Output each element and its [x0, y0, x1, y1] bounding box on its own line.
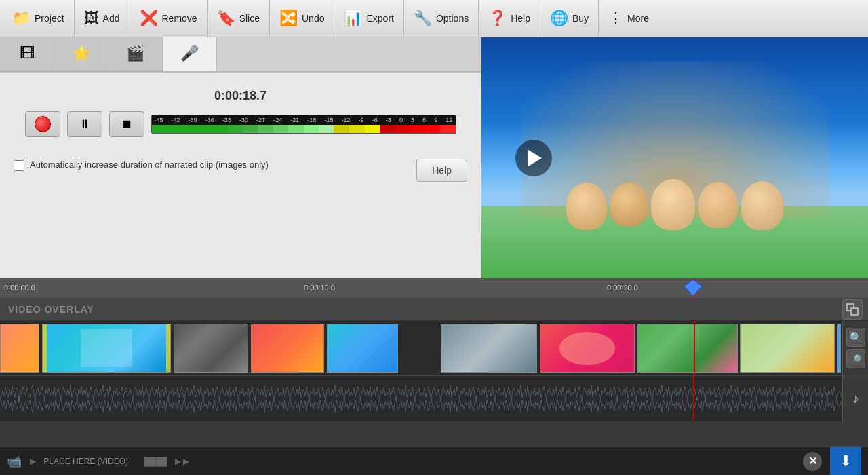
clip-handle-left[interactable]: [43, 324, 47, 372]
stop-icon: ⏹: [121, 117, 133, 132]
video-clip-6[interactable]: [441, 324, 537, 373]
remove-icon: ❌: [140, 10, 158, 27]
record-indicator: [35, 116, 51, 132]
narration-tab-icon: 🎤: [180, 45, 199, 62]
more-button[interactable]: ⋮ More: [599, 0, 658, 37]
tab-media[interactable]: 🎞: [0, 37, 54, 71]
video-clip-3[interactable]: [174, 324, 248, 373]
slice-label: Slice: [239, 13, 260, 24]
play-icon: [528, 150, 542, 166]
track-playhead: [694, 321, 695, 375]
help-label: Help: [511, 13, 530, 24]
status-close-button[interactable]: ✕: [803, 452, 822, 471]
main-area: 🎞 ⭐ 🎬 🎤 0:00:18.7 ⏸: [0, 37, 868, 278]
tab-narration[interactable]: 🎤: [163, 37, 217, 71]
video-clip-10[interactable]: [837, 324, 841, 373]
vu-bar: [152, 125, 456, 133]
help-toolbar-button[interactable]: ❓ Help: [479, 0, 540, 37]
stop-button[interactable]: ⏹: [109, 111, 144, 137]
waveform-svg: [0, 376, 842, 421]
remove-label: Remove: [162, 13, 197, 24]
video-track: 🔍 🔎: [0, 321, 868, 375]
video-overlay-track-header: VIDEO OVERLAY: [0, 297, 868, 321]
video-clip-8[interactable]: [637, 324, 738, 373]
time-display: 0:00:18.7: [214, 89, 267, 103]
svg-rect-3: [0, 376, 842, 421]
video-clip-9[interactable]: [740, 324, 835, 373]
slice-button[interactable]: 🔖 Slice: [208, 0, 270, 37]
preview-panel: [481, 37, 868, 278]
help-button[interactable]: Help: [416, 159, 467, 182]
zoom-in-icon: 🔍: [849, 331, 863, 344]
remove-button[interactable]: ❌ Remove: [130, 0, 208, 37]
tab-bar: 🎞 ⭐ 🎬 🎤: [0, 37, 481, 73]
status-text: ▶ PLACE HERE (VIDEO) ████ ▶ ▶: [30, 457, 795, 466]
buy-button[interactable]: 🌐 Buy: [540, 0, 599, 37]
media-tab-icon: 🎞: [20, 45, 35, 62]
export-button[interactable]: 📊 Export: [334, 0, 403, 37]
checkbox-help-row: Automatically increase duration of narra…: [14, 159, 467, 182]
track-side-controls: 🔍 🔎: [842, 321, 868, 375]
more-label: More: [627, 13, 649, 24]
undo-icon: 🔀: [279, 10, 298, 27]
video-clip-1[interactable]: [0, 324, 39, 373]
controls-row: ⏸ ⏹ -45-42-39-36-33 -30-27-24-21-18 -15-…: [25, 111, 456, 137]
options-icon: 🔧: [414, 10, 432, 27]
audio-track-button[interactable]: ♪: [842, 376, 868, 421]
preview-play-button[interactable]: [515, 140, 552, 176]
video-clip-5[interactable]: [327, 324, 398, 373]
zoom-out-icon: 🔎: [850, 354, 861, 364]
svg-marker-0: [684, 280, 702, 296]
left-panel: 🎞 ⭐ 🎬 🎤 0:00:18.7 ⏸: [0, 37, 481, 278]
waveform-display: [0, 376, 842, 421]
ruler-mark-1: 0:00:10.0: [304, 284, 335, 292]
clip-handle-right[interactable]: [166, 324, 170, 372]
vu-meter: -45-42-39-36-33 -30-27-24-21-18 -15-12-9…: [151, 115, 456, 134]
video-clip-4[interactable]: [251, 324, 324, 373]
zoom-in-button[interactable]: 🔍: [846, 328, 865, 347]
playhead-marker: [683, 278, 703, 297]
zoom-out-button[interactable]: 🔎: [846, 349, 865, 368]
project-button[interactable]: 📁 Project: [3, 0, 75, 37]
audio-track: ♪: [0, 375, 868, 421]
undo-button[interactable]: 🔀 Undo: [270, 0, 334, 37]
overlay-track-button[interactable]: [842, 299, 863, 320]
video-clip-7[interactable]: [540, 324, 635, 373]
export-label: Export: [366, 13, 393, 24]
toolbar: 📁 Project 🖼 Add ❌ Remove 🔖 Slice 🔀 Undo …: [0, 0, 868, 37]
download-icon: ⬇: [840, 453, 852, 470]
music-note-icon: ♪: [852, 391, 859, 406]
svg-rect-2: [851, 308, 858, 315]
video-overlay-label: VIDEO OVERLAY: [8, 304, 94, 315]
pause-icon: ⏸: [79, 117, 91, 132]
project-icon: 📁: [12, 10, 31, 27]
project-label: Project: [35, 13, 64, 24]
more-icon: ⋮: [608, 10, 623, 27]
pause-button[interactable]: ⏸: [67, 111, 102, 137]
overlay-icon: [846, 303, 859, 316]
checkbox-label: Automatically increase duration of narra…: [30, 159, 269, 171]
add-button[interactable]: 🖼 Add: [75, 0, 130, 37]
titles-tab-icon: 🎬: [126, 45, 144, 62]
undo-label: Undo: [302, 13, 324, 24]
tab-titles[interactable]: 🎬: [108, 37, 163, 71]
status-icon: 📹: [7, 454, 22, 469]
video-clip-2[interactable]: [42, 324, 171, 373]
auto-duration-checkbox[interactable]: [14, 160, 24, 171]
time-ruler: 0:00:00.0 0:00:10.0 0:00:20.0: [0, 278, 868, 297]
download-button[interactable]: ⬇: [830, 447, 861, 476]
help-icon: ❓: [488, 10, 507, 27]
record-button[interactable]: [25, 111, 60, 137]
export-icon: 📊: [344, 10, 362, 27]
options-button[interactable]: 🔧 Options: [404, 0, 479, 37]
status-bar: 📹 ▶ PLACE HERE (VIDEO) ████ ▶ ▶ ✕ ⬇: [0, 446, 868, 475]
favorites-tab-icon: ⭐: [72, 45, 90, 62]
close-icon: ✕: [808, 455, 817, 468]
add-icon: 🖼: [84, 10, 99, 27]
ruler-mark-0: 0:00:00.0: [4, 284, 35, 292]
vu-scale: -45-42-39-36-33 -30-27-24-21-18 -15-12-9…: [152, 117, 456, 124]
add-label: Add: [103, 13, 120, 24]
tab-favorites[interactable]: ⭐: [54, 37, 108, 71]
timeline-area: 0:00:00.0 0:00:10.0 0:00:20.0 VIDEO OVER…: [0, 278, 868, 475]
narration-panel: 0:00:18.7 ⏸ ⏹ -45-42-39-36-33: [0, 73, 481, 278]
